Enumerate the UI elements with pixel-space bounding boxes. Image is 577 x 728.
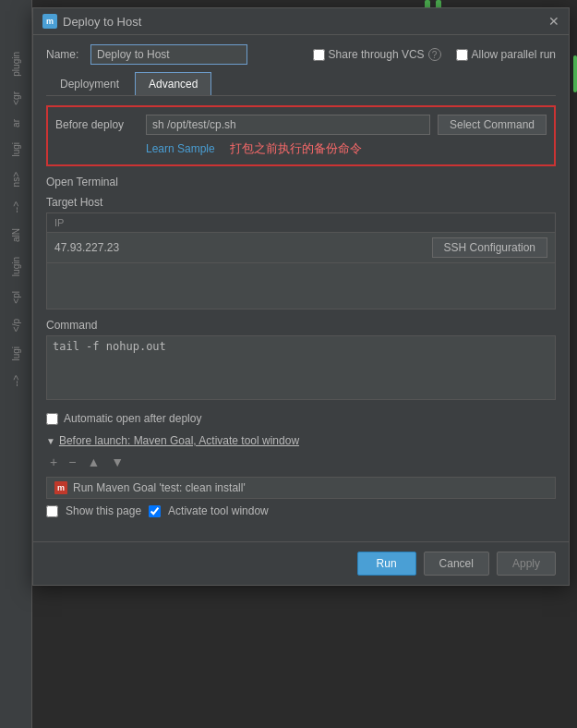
sidebar-item-2[interactable]: <gr (11, 91, 21, 105)
target-host-table: IP 47.93.227.23 SSH Configuration (46, 212, 556, 263)
sidebar-item-4[interactable]: lugi (11, 142, 21, 157)
tabs-row: Deployment Advanced (46, 72, 556, 96)
chinese-note: 打包之前执行的备份命令 (230, 140, 362, 157)
table-empty-area (46, 263, 556, 309)
sidebar-item-9[interactable]: <pl (11, 291, 21, 304)
run-button[interactable]: Run (357, 552, 416, 576)
before-launch-title[interactable]: Before launch: Maven Goal, Activate tool… (59, 434, 299, 447)
before-deploy-section: Before deploy Select Command Learn Sampl… (46, 105, 556, 166)
before-launch-header: ▼ Before launch: Maven Goal, Activate to… (46, 434, 556, 447)
sidebar: plugin <gr ar lugi ns> --> alN lugin <pl… (0, 0, 32, 728)
allow-parallel-label: Allow parallel run (472, 48, 556, 61)
open-terminal-row: Open Terminal (46, 176, 556, 192)
command-textarea[interactable]: tail -f nohup.out (46, 335, 556, 400)
dialog-footer: Run Cancel Apply (33, 541, 569, 585)
ip-value: 47.93.227.23 (54, 241, 119, 254)
deploy-to-host-dialog: m Deploy to Host ✕ Name: Share through V… (32, 7, 570, 586)
allow-parallel-checkbox[interactable] (456, 49, 468, 61)
activate-tool-checkbox[interactable] (149, 505, 161, 517)
show-page-row: Show this page Activate tool window (46, 504, 556, 517)
sidebar-item-10[interactable]: </p (11, 319, 21, 332)
select-command-button[interactable]: Select Command (438, 115, 547, 135)
dialog-title-left: m Deploy to Host (42, 14, 141, 29)
target-host-section: Open Terminal Target Host IP 47.93.227.2… (46, 176, 556, 309)
tab-advanced[interactable]: Advanced (135, 72, 211, 95)
allow-parallel-checkbox-item: Allow parallel run (456, 48, 556, 61)
move-up-button[interactable]: ▲ (83, 453, 103, 471)
dialog-icon: m (42, 14, 57, 29)
share-vcs-checkbox[interactable] (313, 49, 325, 61)
move-down-button[interactable]: ▼ (107, 453, 127, 471)
learn-sample-link[interactable]: Learn Sample (146, 142, 215, 155)
sidebar-item-12[interactable]: --> (11, 375, 21, 387)
table-row[interactable]: 47.93.227.23 SSH Configuration (47, 233, 555, 262)
dialog-titlebar: m Deploy to Host ✕ (33, 8, 569, 35)
command-label: Command (46, 319, 556, 332)
activate-tool-label: Activate tool window (168, 504, 269, 517)
auto-open-row: Automatic open after deploy (46, 412, 556, 425)
share-vcs-help[interactable]: ? (428, 48, 441, 61)
before-deploy-row: Before deploy Select Command (55, 115, 547, 135)
checkbox-row: Share through VCS ? Allow parallel run (313, 48, 556, 61)
remove-button[interactable]: − (65, 453, 79, 471)
target-host-header: Target Host (46, 196, 556, 209)
sidebar-item-1[interactable]: plugin (11, 52, 21, 77)
ssh-configuration-button[interactable]: SSH Configuration (432, 237, 547, 258)
share-vcs-label: Share through VCS (329, 48, 425, 61)
command-section: Command tail -f nohup.out (46, 319, 556, 403)
open-terminal-label: Open Terminal (46, 176, 118, 188)
maven-item[interactable]: m Run Maven Goal 'test: clean install' (46, 477, 556, 499)
show-page-checkbox[interactable] (46, 505, 58, 517)
before-deploy-command-input[interactable] (146, 115, 430, 135)
dialog-body: Name: Share through VCS ? Allow parallel… (33, 35, 569, 534)
ip-column-header: IP (47, 213, 555, 233)
name-input[interactable] (90, 44, 247, 65)
sidebar-item-5[interactable]: ns> (11, 172, 21, 187)
add-button[interactable]: + (46, 453, 61, 471)
sidebar-item-7[interactable]: alN (11, 228, 21, 242)
before-deploy-label: Before deploy (55, 118, 138, 131)
maven-icon: m (54, 481, 67, 494)
auto-open-label: Automatic open after deploy (64, 412, 201, 425)
share-vcs-checkbox-item: Share through VCS ? (313, 48, 441, 61)
close-button[interactable]: ✕ (548, 14, 559, 29)
sidebar-item-11[interactable]: lugi (11, 346, 21, 361)
learn-sample-row: Learn Sample 打包之前执行的备份命令 (55, 140, 547, 157)
sidebar-item-6[interactable]: --> (11, 201, 21, 213)
apply-button[interactable]: Apply (497, 552, 556, 576)
sidebar-item-3[interactable]: ar (11, 119, 21, 127)
auto-open-checkbox[interactable] (46, 413, 58, 425)
show-page-label: Show this page (66, 504, 141, 517)
tab-deployment[interactable]: Deployment (46, 72, 133, 95)
maven-text: Run Maven Goal 'test: clean install' (73, 481, 246, 494)
name-label: Name: (46, 48, 83, 61)
sidebar-item-8[interactable]: lugin (11, 257, 21, 276)
cancel-button[interactable]: Cancel (424, 552, 489, 576)
dialog-title: Deploy to Host (63, 15, 141, 29)
launch-toolbar: + − ▲ ▼ (46, 453, 556, 471)
triangle-icon[interactable]: ▼ (46, 436, 55, 446)
before-launch-section: ▼ Before launch: Maven Goal, Activate to… (46, 434, 556, 517)
name-row: Name: Share through VCS ? Allow parallel… (46, 44, 556, 65)
scrollbar-indicator (573, 55, 577, 92)
